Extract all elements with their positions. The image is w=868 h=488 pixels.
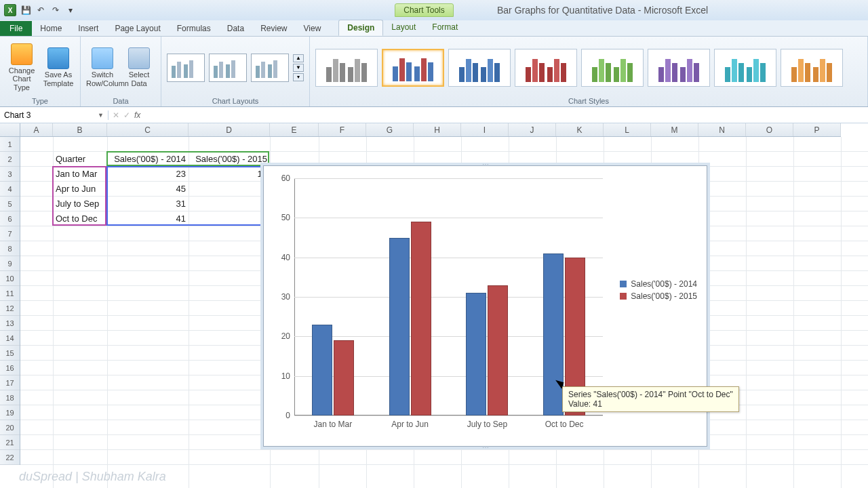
select-data-icon xyxy=(128,47,150,69)
svg-rect-3 xyxy=(189,60,193,78)
col-header-D[interactable]: D xyxy=(189,123,270,136)
qat-dropdown-icon[interactable]: ▾ xyxy=(65,5,76,16)
select-all-corner[interactable] xyxy=(0,123,20,136)
chart-style-1[interactable] xyxy=(315,49,378,87)
col-header-L[interactable]: L xyxy=(604,123,651,136)
row-header-20[interactable]: 20 xyxy=(0,420,20,435)
row-header-11[interactable]: 11 xyxy=(0,286,20,301)
chart-style-4[interactable] xyxy=(515,49,577,87)
row-header-9[interactable]: 9 xyxy=(0,256,20,271)
svg-rect-7 xyxy=(231,60,235,78)
tab-insert[interactable]: Insert xyxy=(70,21,106,36)
bar-Sales002015-0[interactable] xyxy=(334,340,354,415)
chart-style-3[interactable] xyxy=(448,49,511,87)
x-label-2: July to Sep xyxy=(467,415,507,429)
legend-label: Sales('00$) - 2015 xyxy=(631,291,697,301)
chart-layout-3[interactable] xyxy=(251,54,289,82)
worksheet[interactable]: ABCDEFGHIJKLMNOP 12345678910111213141516… xyxy=(0,123,868,488)
col-header-H[interactable]: H xyxy=(414,123,461,136)
tab-review[interactable]: Review xyxy=(252,21,295,36)
row-header-18[interactable]: 18 xyxy=(0,390,20,405)
enter-icon[interactable]: ✓ xyxy=(123,110,130,120)
row-header-15[interactable]: 15 xyxy=(0,346,20,361)
legend[interactable]: Sales('00$) - 2014Sales('00$) - 2015 xyxy=(620,277,697,304)
tab-view[interactable]: View xyxy=(296,21,330,36)
chart-layout-2[interactable] xyxy=(209,54,247,82)
change-chart-type-button[interactable]: Change Chart Type xyxy=(5,43,38,91)
resize-handle-bottom[interactable]: ⋯ xyxy=(482,444,489,451)
save-icon[interactable]: 💾 xyxy=(20,5,31,16)
select-data-button[interactable]: Select Data xyxy=(123,47,155,87)
fx-label[interactable]: fx xyxy=(134,110,140,120)
layout-gallery-down-icon[interactable]: ▼ xyxy=(293,64,304,72)
resize-handle-top[interactable]: ⋯ xyxy=(482,161,489,168)
col-header-I[interactable]: I xyxy=(461,123,509,136)
chart-style-6[interactable] xyxy=(648,49,710,87)
chart-style-7[interactable] xyxy=(714,49,776,87)
col-header-B[interactable]: B xyxy=(53,123,107,136)
group-label-styles: Chart Styles xyxy=(315,96,862,105)
tab-page-layout[interactable]: Page Layout xyxy=(106,21,168,36)
chart-style-2[interactable] xyxy=(382,49,444,87)
col-header-C[interactable]: C xyxy=(107,123,189,136)
row-header-22[interactable]: 22 xyxy=(0,450,20,465)
row-header-19[interactable]: 19 xyxy=(0,405,20,420)
col-header-P[interactable]: P xyxy=(793,123,841,136)
bar-Sales002014-1[interactable] xyxy=(389,238,410,416)
col-header-M[interactable]: M xyxy=(651,123,698,136)
legend-swatch xyxy=(620,293,627,300)
layout-gallery-up-icon[interactable]: ▲ xyxy=(293,54,304,62)
row-header-12[interactable]: 12 xyxy=(0,301,20,316)
tab-layout[interactable]: Layout xyxy=(383,20,424,36)
col-header-E[interactable]: E xyxy=(270,123,319,136)
undo-icon[interactable]: ↶ xyxy=(35,5,46,16)
cancel-icon[interactable]: ✕ xyxy=(113,110,119,120)
row-header-21[interactable]: 21 xyxy=(0,435,20,450)
bar-Sales002014-3[interactable] xyxy=(543,253,564,415)
row-header-6[interactable]: 6 xyxy=(0,211,20,226)
y-tick-30: 30 xyxy=(281,292,294,302)
layout-gallery-more-icon[interactable]: ▾ xyxy=(293,73,304,81)
name-box-dropdown-icon[interactable]: ▼ xyxy=(98,112,104,119)
bar-Sales002015-2[interactable] xyxy=(488,285,508,416)
embedded-chart[interactable]: 0102030405060Jan to MarApr to JunJuly to… xyxy=(263,165,707,447)
row-header-17[interactable]: 17 xyxy=(0,375,20,390)
col-header-A[interactable]: A xyxy=(20,123,53,136)
tab-data[interactable]: Data xyxy=(219,21,252,36)
save-as-template-button[interactable]: Save As Template xyxy=(42,47,75,87)
switch-row-column-button[interactable]: Switch Row/Column xyxy=(86,47,119,87)
row-header-5[interactable]: 5 xyxy=(0,197,20,211)
y-tick-60: 60 xyxy=(281,174,294,183)
row-header-3[interactable]: 3 xyxy=(0,167,20,182)
cell-B2[interactable]: Quarter xyxy=(53,152,107,167)
tab-formulas[interactable]: Formulas xyxy=(169,21,219,36)
chart-style-8[interactable] xyxy=(781,49,843,87)
redo-icon[interactable]: ↷ xyxy=(50,5,61,16)
bar-Sales002014-2[interactable] xyxy=(466,293,486,415)
col-header-J[interactable]: J xyxy=(509,123,556,136)
row-header-4[interactable]: 4 xyxy=(0,182,20,197)
grid[interactable]: QuarterSales('00$) - 2014Sales('00$) - 2… xyxy=(20,137,868,488)
col-header-G[interactable]: G xyxy=(366,123,414,136)
row-header-7[interactable]: 7 xyxy=(0,226,20,241)
col-header-O[interactable]: O xyxy=(746,123,793,136)
row-header-8[interactable]: 8 xyxy=(0,241,20,256)
chart-layout-1[interactable] xyxy=(167,54,205,82)
chart-style-5[interactable] xyxy=(581,49,644,87)
tab-design[interactable]: Design xyxy=(338,20,383,36)
tab-home[interactable]: Home xyxy=(32,21,70,36)
col-header-N[interactable]: N xyxy=(698,123,746,136)
row-header-14[interactable]: 14 xyxy=(0,331,20,346)
name-box[interactable]: Chart 3 ▼ xyxy=(0,110,108,120)
row-header-16[interactable]: 16 xyxy=(0,361,20,375)
tab-format[interactable]: Format xyxy=(424,20,466,36)
row-header-1[interactable]: 1 xyxy=(0,137,20,152)
row-header-10[interactable]: 10 xyxy=(0,271,20,286)
col-header-K[interactable]: K xyxy=(556,123,604,136)
row-header-13[interactable]: 13 xyxy=(0,316,20,331)
col-header-F[interactable]: F xyxy=(319,123,366,136)
tab-file[interactable]: File xyxy=(0,21,32,36)
bar-Sales002014-0[interactable] xyxy=(312,325,332,415)
bar-Sales002015-1[interactable] xyxy=(411,222,431,415)
row-header-2[interactable]: 2 xyxy=(0,152,20,167)
